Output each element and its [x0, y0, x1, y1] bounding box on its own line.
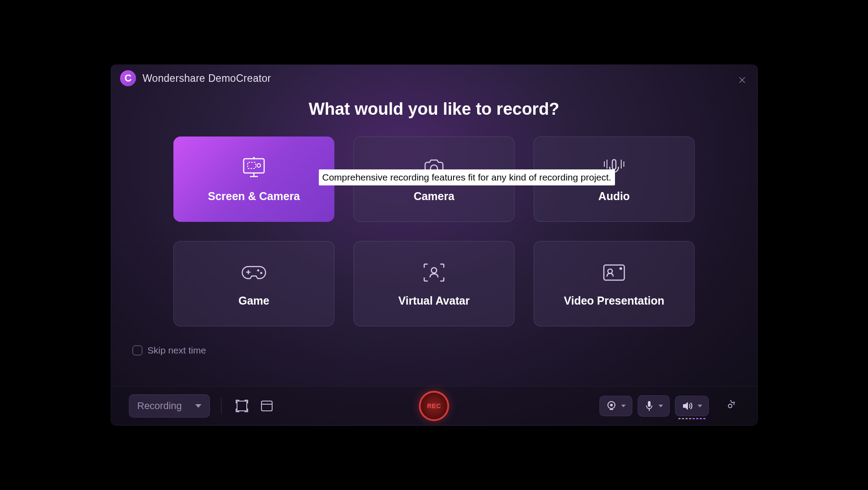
speaker-dropdown[interactable] — [675, 396, 709, 416]
microphone-icon — [644, 400, 654, 412]
svg-rect-7 — [612, 160, 616, 169]
mode-label: Recording — [137, 400, 182, 412]
gear-icon — [724, 400, 736, 412]
app-logo-icon — [120, 70, 136, 86]
webcam-icon — [606, 401, 617, 411]
svg-point-17 — [431, 268, 437, 273]
speaker-icon — [682, 401, 693, 411]
screen-camera-icon — [241, 156, 267, 180]
card-label: Game — [238, 294, 269, 307]
svg-rect-18 — [604, 265, 624, 280]
fullscreen-button[interactable] — [233, 397, 251, 415]
svg-point-20 — [619, 267, 622, 270]
close-button[interactable] — [736, 74, 748, 86]
volume-level-indicator — [678, 418, 705, 419]
svg-point-4 — [257, 164, 261, 167]
svg-rect-22 — [261, 401, 272, 411]
page-title: What would you like to record? — [111, 100, 757, 119]
option-game[interactable]: Game — [173, 241, 334, 326]
svg-point-16 — [260, 272, 262, 274]
svg-rect-3 — [248, 162, 256, 169]
webcam-dropdown[interactable] — [599, 396, 632, 416]
chevron-down-icon — [659, 405, 663, 407]
svg-point-15 — [257, 269, 259, 271]
fullscreen-icon — [235, 399, 249, 413]
card-label: Screen & Camera — [208, 190, 300, 203]
game-icon — [241, 261, 267, 285]
record-button[interactable]: REC — [419, 391, 449, 421]
skip-checkbox[interactable] — [133, 345, 142, 355]
svg-rect-21 — [237, 401, 247, 411]
svg-point-5 — [253, 157, 255, 159]
window-button[interactable] — [257, 397, 276, 415]
card-label: Video Presentation — [564, 294, 664, 307]
window-icon — [260, 400, 273, 412]
record-label: REC — [427, 402, 441, 410]
app-window: Wondershare DemoCreator What would you l… — [111, 64, 758, 426]
chevron-down-icon — [698, 405, 702, 407]
skip-next-time-row: Skip next time — [133, 345, 757, 356]
svg-point-25 — [610, 404, 613, 406]
tooltip: Comprehensive recording features fit for… — [319, 169, 615, 185]
chevron-down-icon — [621, 405, 626, 407]
chevron-down-icon — [195, 404, 201, 408]
titlebar: Wondershare DemoCreator — [111, 65, 757, 92]
option-virtual-avatar[interactable]: Virtual Avatar — [354, 241, 514, 326]
video-presentation-icon — [601, 261, 627, 285]
svg-rect-0 — [244, 159, 264, 173]
svg-rect-26 — [648, 401, 651, 407]
app-title: Wondershare DemoCreator — [143, 72, 271, 84]
option-screen-camera[interactable]: Screen & Camera — [173, 137, 334, 222]
microphone-dropdown[interactable] — [638, 395, 670, 417]
recording-options-grid: Screen & Camera Camera — [111, 137, 757, 326]
skip-label: Skip next time — [148, 345, 206, 356]
bottom-toolbar: Recording REC — [111, 386, 757, 425]
mode-dropdown[interactable]: Recording — [129, 394, 210, 418]
card-label: Audio — [599, 190, 630, 203]
svg-point-28 — [728, 404, 732, 408]
close-icon — [739, 76, 746, 84]
svg-point-19 — [608, 269, 612, 273]
card-label: Camera — [414, 190, 454, 203]
divider — [221, 398, 221, 414]
settings-button[interactable] — [721, 397, 739, 415]
virtual-avatar-icon — [421, 261, 447, 285]
option-video-presentation[interactable]: Video Presentation — [534, 241, 695, 326]
right-controls — [599, 395, 739, 417]
card-label: Virtual Avatar — [398, 294, 470, 307]
